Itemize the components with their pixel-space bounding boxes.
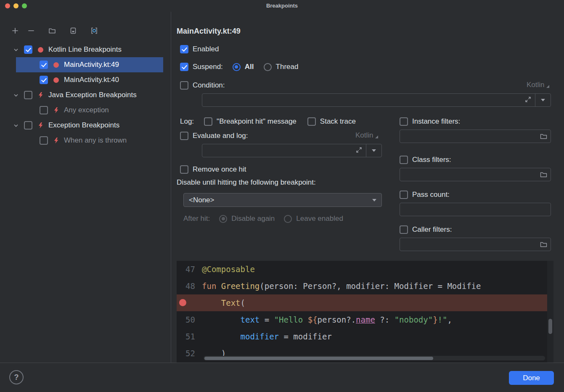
expand-editor-icon[interactable] [525,96,531,104]
instance-filters-checkbox[interactable] [400,117,408,126]
enabled-label: Enabled [193,45,219,53]
code-token: ${ [308,315,318,324]
remove-icon [27,27,35,34]
evaluate-checkbox[interactable] [180,132,188,140]
question-mark-icon: ? [14,373,19,382]
chevron-down-icon [372,149,376,152]
log-row: Log: "Breakpoint hit" message Stack trac… [180,116,356,127]
evaluate-label: Evaluate and log: [193,132,248,140]
titlebar: Breakpoints [0,0,564,12]
vertical-scrollbar-thumb[interactable] [548,319,552,334]
breakpoint-group-row[interactable]: Kotlin Line Breakpoints [0,42,171,57]
horizontal-scrollbar[interactable] [204,356,545,360]
folder-icon[interactable] [540,172,547,178]
chevron-down-icon[interactable] [13,46,19,53]
breakpoint-item-row[interactable]: MainActivity.kt:49 [16,57,163,72]
condition-input-field[interactable] [202,94,535,106]
evaluate-language-label: Kotlin [355,131,373,140]
pass-count-checkbox[interactable] [400,191,408,199]
condition-history-dropdown[interactable] [535,94,551,106]
breakpoints-tree: Kotlin Line BreakpointsMainActivity.kt:4… [0,42,171,148]
class-filters-input[interactable] [400,168,551,181]
breakpoint-group-row[interactable]: Exception Breakpoints [0,118,171,133]
class-filters-checkbox[interactable] [400,156,408,164]
condition-language-label: Kotlin [527,81,545,89]
breakpoint-item-row[interactable]: Any exception [16,103,163,118]
evaluate-input[interactable] [202,144,382,157]
chevron-down-icon[interactable] [13,122,19,129]
code-token: (person: Person?, modifier: Modifier = M… [259,281,481,291]
evaluate-language-selector[interactable]: Kotlin [355,131,378,140]
code-token: "nobody" [395,315,433,324]
code-token: Greeting [221,281,260,291]
code-line: Text( [177,294,553,311]
evaluate-input-field[interactable] [202,144,366,157]
stack-trace-checkbox[interactable] [307,117,316,126]
add-breakpoint-button[interactable] [9,25,21,37]
remove-once-hit-checkbox[interactable] [180,165,188,174]
code-token: person?. [318,315,356,324]
item-checkbox[interactable] [40,76,48,84]
breakpoint-item-row[interactable]: When any is thrown [16,133,163,148]
remove-once-hit-row: Remove once hit [180,164,246,175]
caller-filters-input[interactable] [400,238,551,251]
exception-bolt-icon [37,92,44,98]
group-by-package-icon [90,27,98,34]
code-token [202,298,221,307]
pass-count-label: Pass count: [412,191,450,199]
horizontal-scrollbar-thumb[interactable] [204,357,433,360]
pass-count-input[interactable] [400,203,551,216]
condition-input[interactable] [202,93,551,107]
group-by-package-button[interactable] [88,25,100,37]
condition-label: Condition: [193,81,225,90]
breakpoint-dot-icon [53,77,59,83]
breakpoint-item-row[interactable]: MainActivity.kt:40 [16,72,163,87]
help-button[interactable]: ? [9,370,24,384]
group-by-file-button[interactable] [46,25,58,37]
suspend-checkbox[interactable] [180,63,188,71]
folder-icon[interactable] [540,241,547,248]
code-line: 47@Composable [177,261,553,278]
code-lines: 47@Composable48fun Greeting(person: Pers… [177,261,553,362]
line-number [177,294,202,311]
add-icon [11,27,19,34]
caller-filters-checkbox[interactable] [400,225,408,234]
chevron-down-icon[interactable] [13,92,19,98]
disable-until-dropdown[interactable]: <None> [183,193,382,207]
suspend-row: Suspend: All Thread [180,61,298,73]
caller-filters-row: Caller filters: [400,225,551,234]
group-checkbox[interactable] [24,121,32,130]
instance-filters-input[interactable] [400,130,551,143]
breakpoint-dot[interactable] [179,299,186,306]
chevron-down-icon [372,199,376,201]
breakpoint-group-row[interactable]: Java Exception Breakpoints [0,87,171,103]
code-text: modifier = modifier [202,328,553,345]
suspend-thread-radio[interactable] [264,63,272,71]
done-button[interactable]: Done [509,371,554,385]
item-checkbox[interactable] [40,106,48,114]
code-token: name [356,315,375,324]
enabled-checkbox[interactable] [180,45,188,53]
class-filters: Class filters: [400,155,551,181]
group-checkbox[interactable] [24,91,32,99]
item-checkbox[interactable] [40,136,48,145]
suspend-all-radio[interactable] [233,63,241,71]
folder-icon[interactable] [540,133,547,140]
remove-breakpoint-button[interactable] [25,25,37,37]
exception-bolt-icon [53,107,59,114]
log-message-checkbox[interactable] [204,117,212,126]
expand-editor-icon[interactable] [356,147,362,155]
vertical-scrollbar[interactable] [547,261,553,363]
language-corner-icon [546,85,549,88]
group-by-class-button[interactable] [67,25,79,37]
tree-group-label: Java Exception Breakpoints [48,91,137,99]
code-token: "Hello [274,315,308,324]
code-token [202,315,241,324]
group-checkbox[interactable] [24,45,32,54]
item-checkbox[interactable] [40,61,48,69]
condition-checkbox[interactable] [180,81,188,90]
detail-title: MainActivity.kt:49 [177,27,241,36]
exception-bolt-icon [53,137,59,144]
evaluate-history-dropdown[interactable] [366,144,381,157]
condition-language-selector[interactable]: Kotlin [527,81,549,89]
